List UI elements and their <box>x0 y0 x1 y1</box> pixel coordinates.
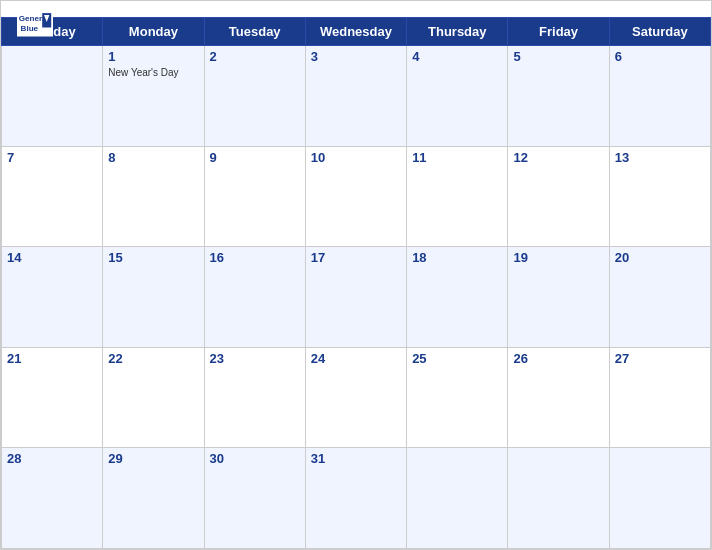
calendar-cell: 18 <box>407 247 508 348</box>
day-number: 18 <box>412 250 502 265</box>
calendar-cell: 23 <box>204 347 305 448</box>
calendar-week-row: 28293031 <box>2 448 711 549</box>
day-number: 29 <box>108 451 198 466</box>
weekday-header-monday: Monday <box>103 18 204 46</box>
day-number: 1 <box>108 49 198 64</box>
calendar-cell <box>508 448 609 549</box>
day-number: 2 <box>210 49 300 64</box>
calendar-cell: 5 <box>508 46 609 147</box>
calendar-cell: 19 <box>508 247 609 348</box>
calendar-cell: 28 <box>2 448 103 549</box>
day-number: 27 <box>615 351 705 366</box>
calendar-wrapper: General Blue SundayMondayTuesdayWednesda… <box>0 0 712 550</box>
calendar-table: SundayMondayTuesdayWednesdayThursdayFrid… <box>1 17 711 549</box>
calendar-week-row: 1New Year's Day23456 <box>2 46 711 147</box>
weekday-header-wednesday: Wednesday <box>305 18 406 46</box>
day-number: 28 <box>7 451 97 466</box>
weekday-header-saturday: Saturday <box>609 18 710 46</box>
day-number: 16 <box>210 250 300 265</box>
day-number: 11 <box>412 150 502 165</box>
calendar-cell: 2 <box>204 46 305 147</box>
weekday-header-row: SundayMondayTuesdayWednesdayThursdayFrid… <box>2 18 711 46</box>
day-number: 3 <box>311 49 401 64</box>
day-number: 13 <box>615 150 705 165</box>
calendar-cell: 16 <box>204 247 305 348</box>
calendar-cell <box>407 448 508 549</box>
day-number: 19 <box>513 250 603 265</box>
calendar-cell: 6 <box>609 46 710 147</box>
day-number: 22 <box>108 351 198 366</box>
day-number: 14 <box>7 250 97 265</box>
weekday-header-tuesday: Tuesday <box>204 18 305 46</box>
calendar-cell: 12 <box>508 146 609 247</box>
calendar-cell: 21 <box>2 347 103 448</box>
calendar-header: General Blue <box>1 1 711 17</box>
day-number: 12 <box>513 150 603 165</box>
logo: General Blue <box>17 9 53 37</box>
day-number: 21 <box>7 351 97 366</box>
calendar-cell: 30 <box>204 448 305 549</box>
day-number: 5 <box>513 49 603 64</box>
day-number: 25 <box>412 351 502 366</box>
day-number: 30 <box>210 451 300 466</box>
calendar-cell: 31 <box>305 448 406 549</box>
calendar-cell <box>2 46 103 147</box>
weekday-header-friday: Friday <box>508 18 609 46</box>
calendar-cell: 1New Year's Day <box>103 46 204 147</box>
day-number: 15 <box>108 250 198 265</box>
calendar-cell: 8 <box>103 146 204 247</box>
calendar-cell <box>609 448 710 549</box>
day-number: 6 <box>615 49 705 64</box>
calendar-cell: 10 <box>305 146 406 247</box>
day-number: 24 <box>311 351 401 366</box>
calendar-cell: 15 <box>103 247 204 348</box>
calendar-cell: 22 <box>103 347 204 448</box>
weekday-header-thursday: Thursday <box>407 18 508 46</box>
calendar-cell: 11 <box>407 146 508 247</box>
calendar-cell: 14 <box>2 247 103 348</box>
day-number: 4 <box>412 49 502 64</box>
calendar-week-row: 14151617181920 <box>2 247 711 348</box>
calendar-week-row: 21222324252627 <box>2 347 711 448</box>
day-number: 23 <box>210 351 300 366</box>
calendar-cell: 20 <box>609 247 710 348</box>
day-number: 7 <box>7 150 97 165</box>
calendar-cell: 7 <box>2 146 103 247</box>
svg-text:Blue: Blue <box>21 24 39 33</box>
day-number: 9 <box>210 150 300 165</box>
calendar-cell: 26 <box>508 347 609 448</box>
day-number: 26 <box>513 351 603 366</box>
calendar-cell: 4 <box>407 46 508 147</box>
calendar-cell: 3 <box>305 46 406 147</box>
day-number: 8 <box>108 150 198 165</box>
holiday-label: New Year's Day <box>108 66 198 79</box>
calendar-cell: 25 <box>407 347 508 448</box>
calendar-cell: 17 <box>305 247 406 348</box>
day-number: 10 <box>311 150 401 165</box>
calendar-cell: 13 <box>609 146 710 247</box>
calendar-cell: 24 <box>305 347 406 448</box>
calendar-cell: 9 <box>204 146 305 247</box>
calendar-cell: 29 <box>103 448 204 549</box>
calendar-week-row: 78910111213 <box>2 146 711 247</box>
day-number: 17 <box>311 250 401 265</box>
day-number: 20 <box>615 250 705 265</box>
day-number: 31 <box>311 451 401 466</box>
calendar-cell: 27 <box>609 347 710 448</box>
